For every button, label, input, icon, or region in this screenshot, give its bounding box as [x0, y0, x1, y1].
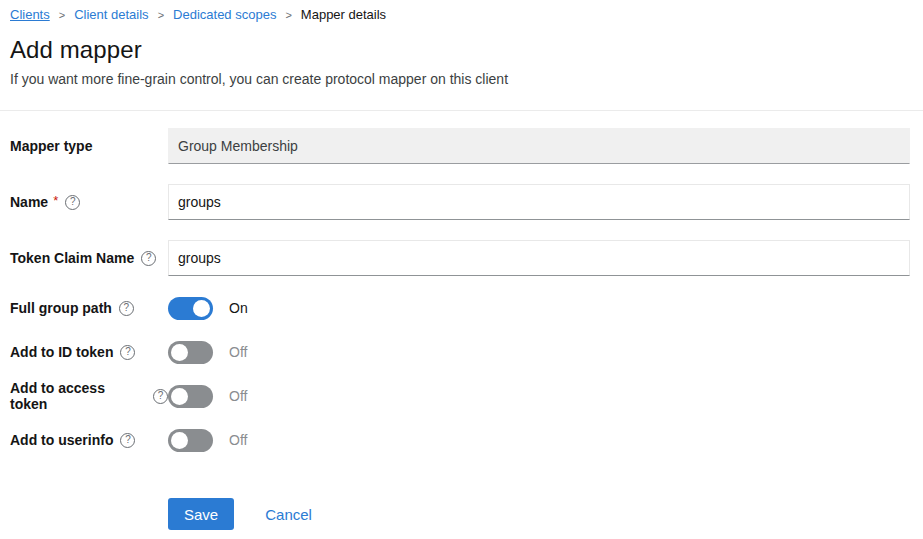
form-row-add-to-userinfo: Add to userinfo ? Off — [10, 428, 910, 452]
token-claim-name-input[interactable] — [168, 240, 910, 276]
breadcrumb-separator-icon: > — [285, 7, 291, 23]
toggle-state-label: Off — [229, 388, 247, 404]
add-mapper-page: Clients > Client details > Dedicated sco… — [0, 0, 923, 530]
mapper-type-input — [168, 128, 910, 164]
page-subtitle: If you want more fine-grain control, you… — [10, 71, 910, 87]
name-label: Name — [10, 194, 48, 210]
toggle-state-label: Off — [229, 432, 247, 448]
form-row-add-to-access-token: Add to access token ? Off — [10, 384, 910, 408]
form-actions: Save Cancel — [168, 498, 910, 530]
page-title: Add mapper — [10, 36, 910, 64]
breadcrumb: Clients > Client details > Dedicated sco… — [10, 7, 910, 23]
breadcrumb-separator-icon: > — [59, 7, 65, 23]
add-to-userinfo-label: Add to userinfo — [10, 432, 113, 448]
add-to-access-token-toggle[interactable] — [168, 385, 213, 408]
required-asterisk: * — [53, 193, 58, 208]
form-row-mapper-type: Mapper type — [10, 128, 910, 164]
mapper-type-label: Mapper type — [10, 138, 92, 154]
help-icon[interactable]: ? — [120, 433, 135, 448]
form-row-token-claim-name: Token Claim Name ? — [10, 240, 910, 276]
breadcrumb-separator-icon: > — [158, 7, 164, 23]
help-icon[interactable]: ? — [120, 345, 135, 360]
breadcrumb-clients-link[interactable]: Clients — [10, 7, 50, 23]
add-mapper-form: Mapper type Name * ? Token Claim Name ? — [10, 111, 910, 530]
help-icon[interactable]: ? — [65, 195, 80, 210]
form-row-add-to-id-token: Add to ID token ? Off — [10, 340, 910, 364]
full-group-path-label: Full group path — [10, 300, 112, 316]
add-to-userinfo-toggle[interactable] — [168, 429, 213, 452]
add-to-id-token-toggle[interactable] — [168, 341, 213, 364]
toggle-state-label: On — [229, 300, 248, 316]
help-icon[interactable]: ? — [119, 301, 134, 316]
toggle-state-label: Off — [229, 344, 247, 360]
form-row-name: Name * ? — [10, 184, 910, 220]
toggle-knob — [171, 344, 188, 361]
name-input[interactable] — [168, 184, 910, 220]
token-claim-name-label: Token Claim Name — [10, 250, 134, 266]
add-to-id-token-label: Add to ID token — [10, 344, 113, 360]
breadcrumb-dedicated-scopes-link[interactable]: Dedicated scopes — [173, 7, 276, 23]
cancel-link[interactable]: Cancel — [265, 506, 312, 523]
save-button[interactable]: Save — [168, 498, 234, 530]
form-row-full-group-path: Full group path ? On — [10, 296, 910, 320]
help-icon[interactable]: ? — [153, 389, 168, 404]
toggle-knob — [193, 300, 210, 317]
breadcrumb-current-mapper-details: Mapper details — [301, 7, 386, 23]
help-icon[interactable]: ? — [141, 251, 156, 266]
breadcrumb-client-details-link[interactable]: Client details — [74, 7, 148, 23]
full-group-path-toggle[interactable] — [168, 297, 213, 320]
toggle-knob — [171, 432, 188, 449]
toggle-knob — [171, 388, 188, 405]
add-to-access-token-label: Add to access token — [10, 380, 146, 412]
